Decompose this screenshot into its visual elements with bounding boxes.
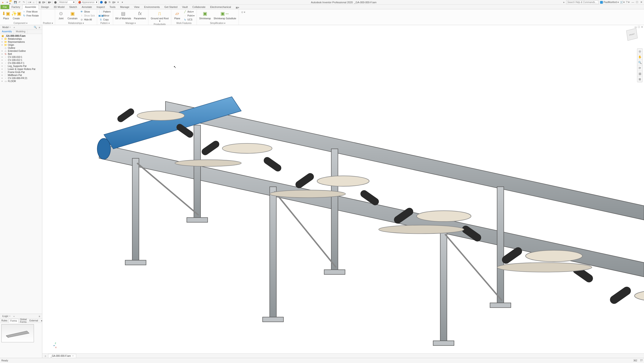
joint-button[interactable]: ⊙ Joint (56, 10, 66, 20)
group-manage-label[interactable]: Manage ▾ (114, 22, 147, 24)
cart-icon[interactable]: 🛒▾ (620, 1, 625, 4)
fx-icon[interactable]: fx (108, 0, 112, 4)
material-sphere-icon[interactable]: ⬤ (54, 0, 57, 4)
show-button[interactable]: 👁Show (80, 10, 96, 14)
hide-all-icon: ⊘ (80, 18, 84, 21)
mirror-button[interactable]: ▣|▣Mirror (98, 14, 111, 18)
highlight-icon[interactable]: ⬤ (104, 0, 107, 4)
parameters-icon: fx (136, 10, 143, 17)
search-input[interactable] (567, 1, 598, 4)
pattern-icon: ⋮⋮ (99, 10, 102, 13)
redo-icon[interactable]: ↷ (22, 0, 26, 4)
copy-label: Copy (103, 18, 108, 21)
tab-manage[interactable]: Manage (118, 5, 132, 9)
ribbon-collapse-icon[interactable]: ▣▾ (236, 6, 239, 9)
hide-all-button[interactable]: ⊘Hide All (80, 18, 96, 22)
material-combo[interactable]: Material▾ (58, 0, 76, 4)
show-sick-button[interactable]: ⚕Show Sick (80, 14, 96, 18)
shrinkwrap-sub-button[interactable]: ▣↔ Shrinkwrap Substitute (212, 10, 237, 20)
group-position-label[interactable]: Position ▾ (42, 22, 54, 24)
appearance-combo[interactable]: Appearance▾ (77, 0, 98, 4)
show-icon: 👁 (80, 10, 84, 13)
ribbon-tabs: File Factory Assemble Design 3D Model Sk… (0, 5, 644, 9)
search-arrow-icon[interactable]: ▸ (564, 1, 565, 4)
shrinkwrap-button[interactable]: ▣ Shrinkwrap (198, 10, 212, 20)
new-icon[interactable]: ▫▾ (5, 0, 9, 4)
layers-icon[interactable]: ▤▾ (112, 0, 116, 4)
point-icon: · (184, 14, 187, 17)
axis-icon: ╱ (184, 10, 187, 13)
place-label: Place (3, 17, 9, 20)
ground-root-button[interactable]: ⎍ Ground and Root▾ (150, 10, 170, 23)
parameters-button[interactable]: fx Parameters (133, 10, 147, 20)
ribbon-body: ⬇▣ Place ✨▣ Create ↔Free Move ↻Free Rota… (0, 9, 644, 25)
tab-collaborate[interactable]: Collaborate (190, 5, 208, 9)
tab-electromechanical[interactable]: Electromechanical (208, 5, 233, 9)
point-button[interactable]: ·Point ▾ (183, 14, 196, 18)
tab-annotate[interactable]: Annotate (80, 5, 94, 9)
more-icon[interactable]: ✦ (116, 0, 120, 4)
tab-factory[interactable]: Factory (9, 5, 22, 9)
group-component-label[interactable]: Component ▾ (2, 22, 40, 24)
plane-icon: ▱ (174, 10, 180, 17)
tab-view[interactable]: View (132, 5, 142, 9)
search-box[interactable] (566, 0, 599, 4)
title-right: ▸ PaulMunford▾ 🛒▾ ? ▾ — ☐ ✕ (564, 0, 643, 4)
free-move-button[interactable]: ↔Free Move (22, 10, 40, 14)
separator (52, 1, 52, 4)
tab-tools[interactable]: Tools (107, 5, 118, 9)
close-button[interactable]: ✕ (639, 1, 643, 4)
create-icon: ✨▣ (13, 10, 20, 17)
free-rotate-button[interactable]: ↻Free Rotate (22, 14, 40, 18)
group-end: ⊙ ▾ (239, 9, 248, 25)
axis-button[interactable]: ╱Axis ▾ (183, 10, 196, 14)
select-icon[interactable]: ▭▾ (28, 0, 31, 4)
properties-icon[interactable]: ▤▾ (42, 0, 46, 4)
quick-access-toolbar: ▲ ▫▾ 📂▾ 💾 ↶ ↷ ▭▾ ⌂ ▦ ▤▾ ▣▾ ⬤ Material▾ A… (1, 0, 124, 4)
joint-label: Joint (58, 17, 64, 20)
ucs-icon: ↳ (184, 18, 187, 21)
open-icon[interactable]: 📂▾ (9, 0, 13, 4)
group-position: Position ▾ (41, 9, 55, 25)
tab-design[interactable]: Design (39, 5, 51, 9)
place-button[interactable]: ⬇▣ Place (2, 10, 11, 20)
plane-button[interactable]: ▱ Plane (172, 10, 182, 20)
assembly-icon[interactable]: ▣▾ (48, 0, 51, 4)
show-sick-label: Show Sick (84, 14, 95, 17)
group-pattern-label[interactable]: Pattern ▾ (98, 22, 111, 24)
tab-file[interactable]: File (0, 5, 9, 9)
create-button[interactable]: ✨▣ Create (12, 10, 21, 20)
minimize-button[interactable]: — (631, 1, 635, 4)
bom-icon: ▤ (120, 10, 126, 17)
ground-root-label: Ground and Root (151, 17, 169, 20)
ribbon-end-icon[interactable]: ⊙ ▾ (240, 10, 246, 15)
separator (36, 1, 37, 4)
constrain-button[interactable]: ▣ Constrain (67, 10, 78, 20)
ucs-button[interactable]: ↳UCS (183, 18, 196, 22)
user-menu[interactable]: PaulMunford▾ (600, 1, 619, 4)
help-icon[interactable]: ? ▾ (626, 1, 630, 4)
home-icon[interactable]: ⌂ (32, 0, 36, 4)
maximize-button[interactable]: ☐ (635, 1, 639, 4)
axis-label: Axis ▾ (188, 10, 194, 13)
tab-inspect[interactable]: Inspect (94, 5, 107, 9)
tab-3dmodel[interactable]: 3D Model (51, 5, 67, 9)
group-component: ⬇▣ Place ✨▣ Create ↔Free Move ↻Free Rota… (0, 9, 41, 25)
save-icon[interactable]: 💾 (14, 0, 17, 4)
tab-sketch[interactable]: Sketch (67, 5, 80, 9)
tab-getstarted[interactable]: Get Started (162, 5, 180, 9)
tab-vault[interactable]: Vault (180, 5, 190, 9)
group-relationships-label[interactable]: Relationships ▾ (56, 22, 96, 24)
group-pattern: ⋮⋮Pattern ▣|▣Mirror ⎘Copy Pattern ▾ (97, 9, 113, 25)
color-picker-icon[interactable]: 🔵 (100, 0, 103, 4)
copy-button[interactable]: ⎘Copy (98, 18, 111, 22)
tab-environments[interactable]: Environments (142, 5, 162, 9)
group-simplification-label[interactable]: Simplification ▾ (198, 22, 237, 24)
tab-assemble[interactable]: Assemble (22, 5, 38, 9)
qat-overflow-icon[interactable]: ▾ (120, 0, 124, 4)
team-icon[interactable]: ▦ (38, 0, 41, 4)
pattern-button[interactable]: ⋮⋮Pattern (98, 10, 111, 14)
bom-button[interactable]: ▤ Bill of Materials (114, 10, 132, 20)
undo-icon[interactable]: ↶ (18, 0, 21, 4)
group-simplification: ▣ Shrinkwrap ▣↔ Shrinkwrap Substitute Si… (197, 9, 238, 25)
